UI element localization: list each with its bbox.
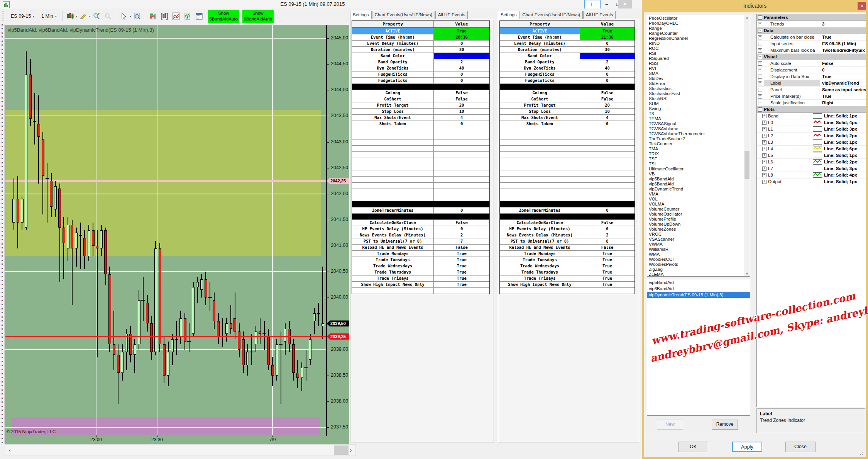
indicator-list-item[interactable]: Stochastics	[647, 86, 750, 91]
indicator-list-item[interactable]: VolumeProfile	[647, 217, 750, 222]
grid-property-row[interactable]: +L4Line; Solid; 6px	[757, 146, 866, 152]
property-value-cell[interactable]: False	[580, 96, 635, 102]
indicator-list-item[interactable]: VolumeUpDown	[647, 222, 750, 227]
scroll-up-icon[interactable]: ∧	[744, 16, 750, 20]
indicator-list-item[interactable]: RSI	[647, 51, 750, 56]
indicator-list-item[interactable]: VWMA	[647, 242, 750, 247]
indicator-list-item[interactable]: RSquared	[647, 56, 750, 61]
property-value-cell[interactable]: 0	[580, 78, 635, 83]
grid-property-row[interactable]: +Display in Data BoxTrue	[757, 73, 866, 80]
data-box-icon[interactable]	[132, 11, 142, 22]
expand-icon[interactable]: +	[758, 88, 762, 92]
indicator-list-item[interactable]: VolumeZones	[647, 227, 750, 232]
expand-icon[interactable]: +	[762, 140, 766, 144]
indicator-list-item[interactable]: vipDynamicTrend	[647, 187, 750, 192]
property-value-cell[interactable]: 2	[580, 59, 635, 65]
tab-settings[interactable]: Settings	[350, 11, 372, 19]
chevron-down-icon[interactable]: ▾	[89, 15, 91, 18]
property-value-cell[interactable]: True	[434, 257, 489, 263]
property-value-cell[interactable]: 8	[580, 238, 635, 244]
grid-property-row[interactable]: +L2Line; Solid; 2px	[757, 133, 866, 139]
expand-icon[interactable]: +	[758, 22, 762, 26]
property-value-cell[interactable]: 20	[434, 102, 489, 108]
ok-button[interactable]: OK	[678, 442, 708, 452]
cursor-icon[interactable]	[118, 11, 129, 22]
available-indicators-list[interactable]: PriceOscillatorPriorDayOHLCRangeRangeCou…	[647, 15, 750, 277]
chart-properties-icon[interactable]	[194, 11, 205, 22]
tab-chart-events-user-he-news-[interactable]: Chart Events(User/HE/News)	[372, 11, 435, 19]
indicator-list-item[interactable]: VolumeOscillator	[647, 212, 750, 217]
instrument-dropdown[interactable]: ES 09-15 ▾	[7, 12, 38, 21]
configured-indicator-item[interactable]: vip5BandAid	[647, 279, 750, 286]
indicator-list-item[interactable]: TRIX	[647, 151, 750, 156]
property-value-cell[interactable]: 48	[434, 65, 489, 71]
indicator-list-item[interactable]: PriceOscillator	[647, 16, 750, 21]
expand-icon[interactable]: +	[758, 68, 762, 72]
indicator-list-item[interactable]: RangeCounter	[647, 31, 750, 36]
property-value-cell[interactable]: 0	[434, 41, 489, 46]
indicator-list-item[interactable]: StdDev	[647, 76, 750, 81]
strategies-icon[interactable]	[159, 11, 170, 22]
time-axis[interactable]: 23:0023:307/9	[5, 436, 349, 444]
candlestick-style-icon[interactable]	[65, 11, 76, 22]
indicator-list-item[interactable]: vip6BandAid	[647, 182, 750, 187]
indicator-list-item[interactable]: Range	[647, 26, 750, 31]
expand-icon[interactable]: +	[762, 167, 766, 171]
property-value-cell[interactable]: True	[434, 28, 489, 34]
indicator-list-item[interactable]: PriorDayOHLC	[647, 21, 750, 26]
indicator-list-item[interactable]: VOL	[647, 197, 750, 202]
resize-grip[interactable]	[860, 451, 864, 455]
property-value-cell[interactable]: False	[580, 220, 635, 226]
indicator-properties-grid[interactable]: −Parameters+Trends3−Data+Calculate on ba…	[756, 14, 866, 407]
plot-color-swatch[interactable]	[813, 139, 822, 145]
grid-property-row[interactable]: +PanelSame as input series	[757, 87, 866, 93]
collapse-icon[interactable]: −	[758, 107, 762, 112]
indicator-list-item[interactable]: Swing	[647, 106, 750, 111]
new-button[interactable]: New	[657, 420, 683, 430]
property-value-cell[interactable]: True	[580, 282, 635, 287]
property-value-cell[interactable]: 4	[580, 115, 635, 121]
grid-property-row[interactable]: +Auto scaleFalse	[757, 60, 866, 67]
collapse-icon[interactable]: −	[758, 29, 762, 33]
indicator-list-item[interactable]: ROC	[647, 46, 750, 51]
expand-icon[interactable]: +	[762, 127, 766, 131]
expand-icon[interactable]: +	[758, 81, 762, 85]
expand-icon[interactable]: +	[762, 114, 766, 118]
interval-dropdown[interactable]: 1 Min ▾	[38, 12, 60, 21]
collapse-icon[interactable]: −	[758, 15, 762, 20]
expand-icon[interactable]: +	[762, 153, 766, 158]
grid-value[interactable]: TwoHundredFiftySix	[820, 48, 865, 53]
property-value-cell[interactable]	[434, 53, 489, 59]
indicator-list-item[interactable]: T3	[647, 111, 750, 116]
expand-icon[interactable]: +	[762, 147, 766, 151]
grid-property-row[interactable]: +Scale justificationRight	[757, 100, 866, 106]
grid-value[interactable]: vipDynamicTrend	[820, 81, 859, 85]
property-value-cell[interactable]: False	[580, 245, 635, 250]
expand-icon[interactable]: +	[758, 75, 762, 79]
indicator-list-item[interactable]: SUM	[647, 101, 750, 106]
property-value-cell[interactable]: True	[580, 269, 635, 275]
property-value-cell[interactable]: 0	[434, 121, 489, 127]
indicator-list-item[interactable]: TGVSAVolume	[647, 126, 750, 131]
property-value-cell[interactable]: 0	[580, 71, 635, 77]
chart-styles-icon[interactable]	[171, 11, 181, 22]
property-value-cell[interactable]: True	[580, 28, 635, 34]
indicator-list-item[interactable]: vip5BandAid	[647, 177, 750, 182]
expand-icon[interactable]: +	[758, 101, 762, 105]
property-value-cell[interactable]: 10	[580, 109, 635, 114]
grid-property-row[interactable]: +OutputLine; Solid; 1px	[757, 178, 866, 185]
toolbar-drag-handle[interactable]	[2, 11, 4, 22]
tab-all-he-events[interactable]: All HE Events	[583, 11, 616, 19]
chevron-down-icon[interactable]: ▾	[130, 15, 131, 18]
property-value-cell[interactable]: 0	[580, 121, 635, 127]
property-value-cell[interactable]: False	[580, 90, 635, 96]
grid-value[interactable]: Line; Solid; 1px	[822, 179, 857, 184]
indicators-icon[interactable]	[147, 11, 158, 22]
property-value-cell[interactable]	[580, 53, 635, 59]
property-value-cell[interactable]: 0	[580, 207, 635, 213]
grid-value[interactable]: Line; Solid; 2px	[822, 133, 857, 138]
indicator-list-item[interactable]: StochRSI	[647, 96, 750, 101]
chart-plot-area[interactable]: 2045,002044,502044,002043,502043,002042,…	[5, 25, 349, 436]
property-value-cell[interactable]: 48	[580, 65, 635, 71]
show-6bandaid-button[interactable]: Show 6BandAidAuto	[242, 10, 274, 23]
